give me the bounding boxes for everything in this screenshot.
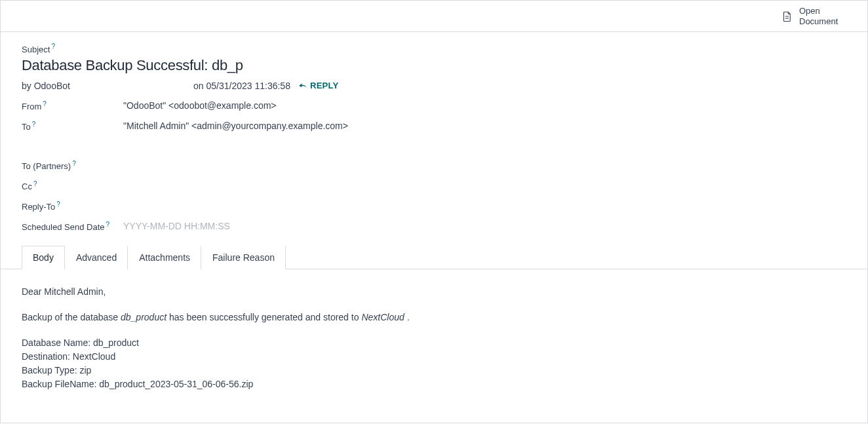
reply-button[interactable]: REPLY <box>298 81 339 90</box>
tab-attachments[interactable]: Attachments <box>128 246 201 269</box>
subject-value[interactable]: Database Backup Successful: db_p <box>22 57 846 74</box>
to-label: To <box>22 123 31 132</box>
tab-advanced[interactable]: Advanced <box>65 246 128 269</box>
help-icon[interactable]: ? <box>43 100 47 107</box>
header-bar: Open Document <box>1 1 867 32</box>
detail-backup-filename: Backup FileName: db_product_2023-05-31_0… <box>22 377 846 391</box>
from-row: From? "OdooBot" <odoobot@example.com> <box>22 100 846 111</box>
help-icon[interactable]: ? <box>32 121 36 128</box>
to-partners-label: To (Partners) <box>22 161 71 171</box>
help-icon[interactable]: ? <box>72 160 76 167</box>
subject-label-row: Subject? <box>22 43 846 54</box>
to-row: To? "Mitchell Admin" <admin@yourcompany.… <box>22 121 846 132</box>
body-details: Database Name: db_product Destination: N… <box>22 336 846 391</box>
detail-db-name: Database Name: db_product <box>22 336 846 350</box>
by-prefix: by <box>22 81 34 91</box>
author-name[interactable]: OdooBot <box>34 81 70 91</box>
help-icon[interactable]: ? <box>106 221 109 228</box>
author-cell: by OdooBot <box>22 81 193 91</box>
help-icon[interactable]: ? <box>51 43 55 50</box>
body-greeting: Dear Mitchell Admin, <box>22 285 846 299</box>
date-value: 05/31/2023 11:36:58 <box>206 81 290 91</box>
body-summary: Backup of the database db_product has be… <box>22 311 846 324</box>
tab-body[interactable]: Body <box>22 246 65 269</box>
reply-to-row: Reply-To? <box>22 201 846 212</box>
scheduled-date-row: Scheduled Send Date? <box>22 221 846 232</box>
help-icon[interactable]: ? <box>56 201 60 208</box>
meta-row: by OdooBot on 05/31/2023 11:36:58 REPLY <box>22 81 846 91</box>
reply-label: REPLY <box>310 81 339 90</box>
help-icon[interactable]: ? <box>33 180 37 187</box>
to-partners-row: To (Partners)? <box>22 160 846 171</box>
tab-failure-reason[interactable]: Failure Reason <box>201 246 286 269</box>
from-value[interactable]: "OdooBot" <odoobot@example.com> <box>123 100 277 111</box>
to-value[interactable]: "Mitchell Admin" <admin@yourcompany.exam… <box>123 121 348 131</box>
reply-to-label: Reply-To <box>22 202 55 212</box>
tabs: Body Advanced Attachments Failure Reason <box>1 246 867 269</box>
content-area: Subject? Database Backup Successful: db_… <box>1 32 867 269</box>
email-form-view: Open Document Subject? Database Backup S… <box>0 0 868 423</box>
body-content: Dear Mitchell Admin, Backup of the datab… <box>1 269 867 423</box>
document-icon <box>781 10 793 23</box>
scheduled-date-input[interactable] <box>123 221 254 231</box>
subject-label: Subject <box>22 45 50 54</box>
open-document-button[interactable]: Open Document <box>781 6 846 26</box>
cc-row: Cc? <box>22 180 846 191</box>
from-label: From <box>22 102 41 111</box>
scheduled-date-label: Scheduled Send Date <box>22 223 104 233</box>
detail-destination: Destination: NextCloud <box>22 350 846 364</box>
date-prefix: on <box>193 81 206 91</box>
cc-label: Cc <box>22 182 32 191</box>
open-document-label: Open Document <box>799 6 846 26</box>
reply-icon <box>298 82 307 90</box>
detail-backup-type: Backup Type: zip <box>22 364 846 377</box>
date-cell: on 05/31/2023 11:36:58 <box>193 81 290 91</box>
